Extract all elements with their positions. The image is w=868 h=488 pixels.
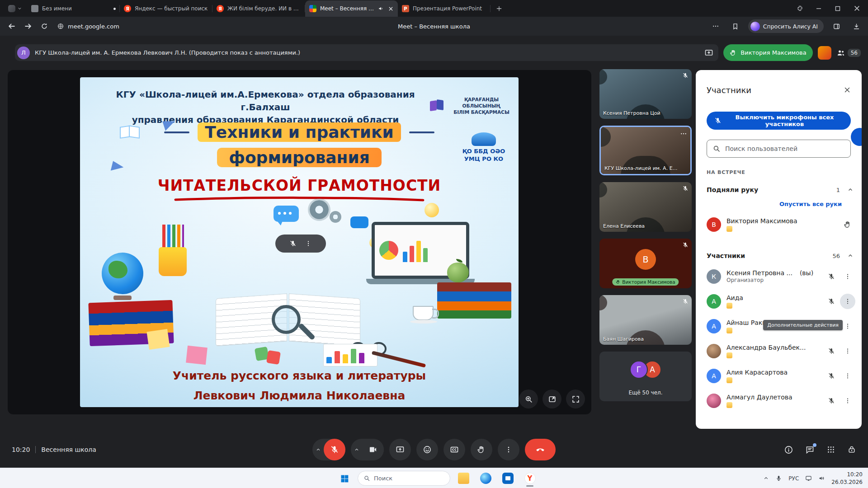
pen-illustration [372, 351, 426, 367]
chevron-up-icon [316, 447, 321, 452]
video-tile-elena[interactable]: Елена Елисеева [599, 182, 692, 232]
overflow-tile[interactable]: Г А Ещё 50 чел. [599, 352, 692, 401]
back-button[interactable] [5, 19, 19, 33]
more-options-button[interactable] [498, 439, 519, 460]
tab-untitled[interactable]: Без имени [27, 0, 120, 17]
extensions-button[interactable] [790, 1, 809, 16]
tray-mic-button[interactable] [775, 475, 782, 482]
reactions-button[interactable] [416, 439, 438, 460]
participant-mic-button[interactable] [824, 368, 839, 384]
alice-ai-button[interactable]: Спросить Алису AI [748, 19, 824, 33]
reload-button[interactable] [37, 19, 52, 33]
camera-button[interactable] [362, 439, 384, 460]
chat-button[interactable] [805, 445, 815, 455]
participant-mic-button[interactable] [824, 294, 839, 309]
tab-yandex-search[interactable]: Я Яндекс — быстрый поиск [120, 0, 212, 17]
fullscreen-button[interactable] [566, 389, 585, 408]
raised-hands-section-header[interactable]: Подняли руку 1 [696, 182, 862, 198]
tab-meet-active[interactable]: Meet – Весенняя шк... [305, 0, 398, 17]
pop-out-button[interactable] [542, 389, 561, 408]
more-menu-button[interactable] [708, 19, 723, 33]
meeting-details-button[interactable] [784, 445, 793, 455]
fullscreen-icon [571, 395, 580, 404]
taskbar-search-input[interactable] [374, 475, 444, 482]
search-input[interactable] [725, 145, 845, 152]
browser-tab-bar: Без имени Я Яндекс — быстрый поиск Я ЖИ … [0, 0, 868, 17]
tray-volume-button[interactable] [818, 475, 825, 482]
floating-controls[interactable] [275, 235, 326, 253]
participant-mic-button[interactable] [824, 269, 839, 284]
keyboard-language-button[interactable]: РУС [788, 475, 799, 482]
mute-all-extra-button[interactable] [851, 128, 862, 146]
mic-button[interactable] [324, 439, 345, 460]
participant-more-button[interactable] [840, 269, 855, 284]
tile-name: КГУ Школа-лицей им. А. Ер... [604, 165, 678, 171]
participants-count-button[interactable]: 56 [836, 48, 861, 57]
video-tile-ksenia[interactable]: Ксения Петровна Цой [599, 69, 692, 119]
search-icon [712, 145, 721, 153]
side-panel-button[interactable] [829, 19, 844, 33]
tile-name: Виктория Максимова [622, 279, 675, 285]
tray-date: 26.03.2026 [831, 479, 863, 486]
close-window-button[interactable] [847, 1, 866, 16]
downloads-button[interactable] [849, 19, 863, 33]
participant-more-button[interactable] [840, 368, 855, 384]
maximize-button[interactable] [828, 1, 847, 16]
participant-more-button[interactable] [840, 393, 855, 408]
tab-ai-education[interactable]: Я ЖИ білім беруде. ИИ в об... [212, 0, 305, 17]
file-explorer-button[interactable] [454, 469, 472, 488]
raise-hand-button[interactable] [471, 439, 492, 460]
camera-options-button[interactable] [351, 439, 362, 460]
bookmark-button[interactable] [728, 19, 743, 33]
activities-button[interactable] [826, 445, 835, 454]
screen-share-indicator-button[interactable] [699, 44, 718, 61]
tray-chevron-button[interactable] [763, 475, 769, 481]
lower-hand-button[interactable] [840, 217, 855, 232]
meeting-name: Весенняя школа [41, 446, 96, 453]
address-bar[interactable]: meet.google.com [57, 23, 119, 30]
raised-hand-pill[interactable]: Виктория Максимова [723, 44, 812, 61]
zoom-button[interactable] [519, 389, 538, 408]
active-app-indicator [526, 485, 533, 487]
video-tile-bayan[interactable]: Баян Шагирова [599, 295, 692, 345]
lower-all-hands-button[interactable]: Опустить все руки [696, 198, 862, 212]
tray-display-button[interactable] [805, 475, 812, 482]
you-label: (вы) [800, 269, 813, 277]
participants-section-header[interactable]: Участники 56 [696, 248, 862, 264]
participant-mic-button[interactable] [824, 393, 839, 408]
browser-menu-button[interactable] [3, 5, 27, 12]
host-controls-button[interactable] [847, 445, 856, 454]
slide-org-text: КГУ «Школа-лицей им.А.Ермекова» отдела о… [98, 88, 433, 126]
clock-date-button[interactable]: 10:20 26.03.2026 [831, 471, 863, 485]
participant-more-button[interactable] [840, 343, 855, 359]
books-logo-icon [429, 99, 444, 112]
taskbar-search[interactable] [358, 471, 450, 486]
minimize-button[interactable] [809, 1, 828, 16]
tab-powerpoint[interactable]: P Презентация PowerPoint [398, 0, 491, 17]
presentation-stage: КГУ «Школа-лицей им.А.Ермекова» отдела о… [8, 70, 591, 414]
captions-button[interactable] [443, 439, 465, 460]
forward-button[interactable] [21, 19, 35, 33]
present-button[interactable] [389, 439, 411, 460]
store-button[interactable] [499, 469, 517, 488]
start-button[interactable] [335, 469, 354, 488]
new-tab-button[interactable] [492, 2, 506, 15]
mic-options-button[interactable] [312, 439, 324, 460]
yandex-browser-button[interactable]: Y [521, 469, 539, 488]
participant-mic-button[interactable] [824, 343, 839, 359]
participant-more-button[interactable] [840, 294, 855, 309]
alice-icon [750, 22, 760, 31]
video-tile-viktoria[interactable]: В Виктория Максимова [599, 239, 692, 288]
audio-playing-icon [378, 5, 384, 12]
mute-all-button[interactable]: Выключить микрофоны всех участников [707, 112, 851, 130]
tab-close-button[interactable] [388, 6, 394, 12]
more-options-icon[interactable] [680, 130, 687, 137]
user-avatar[interactable] [818, 46, 831, 60]
edge-button[interactable] [476, 469, 495, 488]
close-panel-button[interactable] [838, 81, 856, 99]
participant-search[interactable] [707, 140, 851, 158]
leave-call-button[interactable] [525, 439, 556, 460]
raised-hand-row: В Виктория Максимова [696, 212, 862, 237]
video-tile-presenter[interactable]: КГУ Школа-лицей им. А. Ер... [599, 126, 692, 175]
file-explorer-icon [458, 473, 469, 484]
